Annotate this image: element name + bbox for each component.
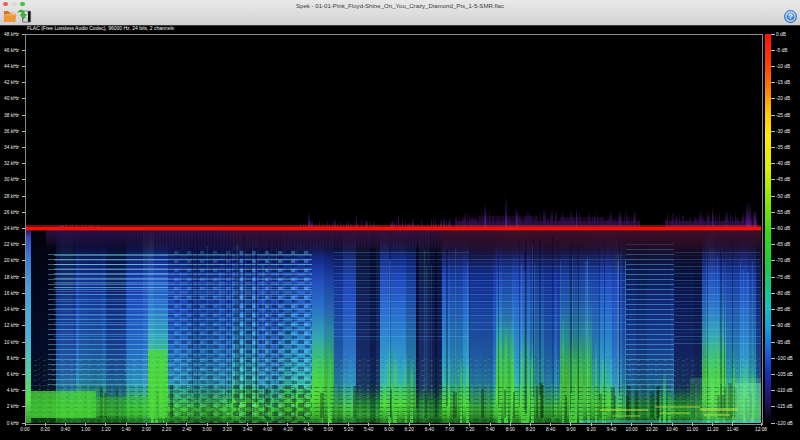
svg-text:?: ? [788,12,793,21]
